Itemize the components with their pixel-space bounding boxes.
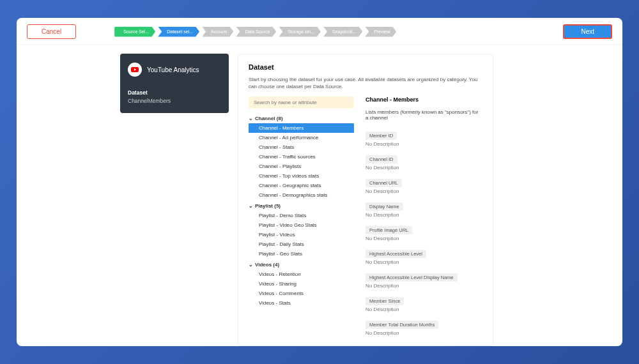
attribute-row: Channel URLNo Description bbox=[366, 176, 482, 194]
top-bar: Cancel Source Sel...Dataset sel...Accoun… bbox=[17, 18, 622, 45]
tree-item[interactable]: Playlist - Videos bbox=[249, 230, 354, 239]
attribute-name: Highest Accessible Level bbox=[366, 250, 426, 258]
chevron-down-icon: ⌄ bbox=[249, 116, 252, 121]
chevron-down-icon: ⌄ bbox=[249, 262, 252, 268]
attribute-name: Member Since bbox=[366, 297, 404, 305]
attribute-list: Member IDNo DescriptionChannel IDNo Desc… bbox=[366, 128, 482, 336]
tree-item[interactable]: Channel - Members bbox=[249, 123, 354, 133]
tree-item[interactable]: Channel - Playlists bbox=[249, 162, 354, 171]
attribute-row: Member IDNo Description bbox=[366, 128, 482, 147]
attribute-description: No Description bbox=[366, 212, 482, 218]
attribute-description: No Description bbox=[366, 307, 482, 312]
wizard-step[interactable]: Storage set... bbox=[279, 27, 321, 37]
attribute-name: Channel URL bbox=[366, 179, 402, 187]
tree-item[interactable]: Videos - Stats bbox=[249, 298, 354, 308]
tree-item[interactable]: Channel - Ad performance bbox=[249, 133, 354, 142]
attribute-row: Highest Accessible LevelNo Description bbox=[366, 246, 482, 265]
tree-group-header[interactable]: ⌄Playlist (5) bbox=[249, 201, 354, 211]
tree-group-header[interactable]: ⌄Channel (8) bbox=[249, 114, 354, 123]
tree-item[interactable]: Playlist - Video Geo Stats bbox=[249, 220, 354, 230]
attribute-description: No Description bbox=[366, 165, 482, 171]
youtube-icon bbox=[128, 63, 142, 77]
panel-description: Start by choosing the dataset for your u… bbox=[249, 76, 482, 90]
wizard-step[interactable]: Dataset sel... bbox=[158, 27, 199, 37]
tree-item[interactable]: Channel - Demographics stats bbox=[249, 190, 354, 200]
tree-item[interactable]: Channel - Stats bbox=[249, 142, 354, 152]
tree-item[interactable]: Videos - Retention bbox=[249, 269, 354, 279]
tree-item[interactable]: Channel - Top videos stats bbox=[249, 171, 354, 181]
source-summary-card: YouTube Analytics Dataset ChannelMembers bbox=[120, 54, 229, 113]
tree-item[interactable]: Playlist - Daily Stats bbox=[249, 239, 354, 249]
attribute-description: No Description bbox=[366, 283, 482, 289]
dataset-panel: Dataset Start by choosing the dataset fo… bbox=[238, 54, 493, 346]
attribute-name: Display Name bbox=[366, 202, 403, 211]
wizard-step[interactable]: Snapshott... bbox=[323, 27, 362, 37]
tree-item[interactable]: Videos - Sharing bbox=[249, 279, 354, 289]
wizard-step[interactable]: Account bbox=[202, 27, 233, 37]
chevron-down-icon: ⌄ bbox=[249, 203, 252, 209]
attribute-description: No Description bbox=[366, 141, 482, 147]
dataset-section-label: Dataset bbox=[128, 89, 221, 96]
tree-group-header[interactable]: ⌄Videos (4) bbox=[249, 260, 354, 269]
wizard-step[interactable]: Source Sel... bbox=[114, 27, 155, 37]
detail-title: Channel - Members bbox=[366, 96, 482, 103]
attribute-row: Member SinceNo Description bbox=[366, 294, 482, 312]
attribute-row: Highest Accessible Level Display NameNo … bbox=[366, 270, 482, 289]
detail-subtitle: Lists members (formerly known as "sponso… bbox=[366, 109, 482, 121]
tree-item[interactable]: Channel - Traffic sources bbox=[249, 152, 354, 162]
attribute-description: No Description bbox=[366, 259, 482, 265]
attribute-row: Profile Image URLNo Description bbox=[366, 223, 482, 241]
tree-item[interactable]: Playlist - Demo Stats bbox=[249, 211, 354, 220]
attribute-name: Profile Image URL bbox=[366, 226, 412, 234]
attribute-description: No Description bbox=[366, 330, 482, 336]
dataset-selected-name: ChannelMembers bbox=[128, 98, 221, 104]
wizard-step[interactable]: Preview bbox=[365, 27, 396, 37]
search-input[interactable] bbox=[249, 96, 354, 109]
attribute-name: Channel ID bbox=[366, 155, 397, 163]
tree-item[interactable]: Playlist - Geo Stats bbox=[249, 249, 354, 259]
cancel-button[interactable]: Cancel bbox=[27, 24, 76, 39]
attribute-name: Member Total Duration Months bbox=[366, 321, 438, 329]
tree-item[interactable]: Videos - Comments bbox=[249, 289, 354, 298]
panel-heading: Dataset bbox=[249, 63, 482, 71]
tree-item[interactable]: Channel - Geographic stats bbox=[249, 181, 354, 190]
attribute-row: Channel IDNo Description bbox=[366, 152, 482, 171]
attribute-name: Member ID bbox=[366, 132, 397, 140]
next-button[interactable]: Next bbox=[563, 24, 612, 39]
attribute-description: No Description bbox=[366, 188, 482, 194]
wizard-step[interactable]: Data Source bbox=[236, 27, 276, 37]
dataset-tree: ⌄Channel (8)Channel - MembersChannel - A… bbox=[249, 114, 354, 309]
attribute-row: Display NameNo Description bbox=[366, 199, 482, 218]
attribute-row: Member Total Duration MonthsNo Descripti… bbox=[366, 317, 482, 336]
attribute-name: Highest Accessible Level Display Name bbox=[366, 273, 458, 282]
attribute-description: No Description bbox=[366, 236, 482, 241]
wizard-steps: Source Sel...Dataset sel...AccountData S… bbox=[114, 27, 525, 37]
source-title: YouTube Analytics bbox=[147, 66, 199, 73]
